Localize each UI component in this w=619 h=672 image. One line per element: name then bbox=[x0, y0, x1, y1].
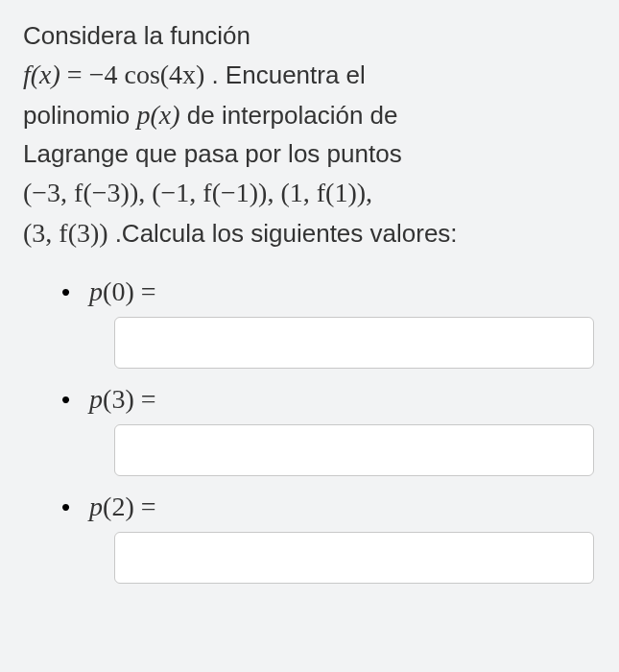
answer-input-p2[interactable] bbox=[114, 532, 594, 584]
question-list: • p(0) = • p(3) = • p(2) = bbox=[23, 276, 596, 584]
intro-text: Considera la función bbox=[23, 21, 250, 50]
question-label-p2: p(2) = bbox=[89, 492, 155, 522]
line3: Lagrange que pasa por los puntos bbox=[23, 139, 402, 168]
after-points-text: .Calcula los siguientes valores: bbox=[115, 219, 458, 248]
answer-input-p3[interactable] bbox=[114, 424, 594, 476]
list-item: • p(2) = bbox=[61, 492, 596, 584]
list-item: • p(0) = bbox=[61, 276, 596, 369]
list-item: • p(3) = bbox=[61, 384, 596, 476]
function-definition: f(x) = −4 cos(4x) bbox=[23, 60, 211, 89]
points-line-2: (3, f(3)) bbox=[23, 218, 115, 248]
problem-statement: Considera la función f(x) = −4 cos(4x) .… bbox=[23, 17, 596, 253]
line2-post: de interpolación de bbox=[180, 101, 398, 130]
bullet-icon: • bbox=[61, 387, 70, 412]
question-label-p0: p(0) = bbox=[89, 276, 155, 307]
bullet-icon: • bbox=[61, 494, 70, 519]
bullet-icon: • bbox=[61, 279, 70, 304]
line2-pre: polinomio bbox=[23, 101, 137, 130]
after-func-text: . Encuentra el bbox=[211, 60, 365, 89]
question-label-p3: p(3) = bbox=[89, 384, 155, 415]
poly-symbol: p(x) bbox=[137, 100, 180, 130]
answer-input-p0[interactable] bbox=[114, 317, 594, 369]
points-line-1: (−3, f(−3)), (−1, f(−1)), (1, f(1)), bbox=[23, 178, 372, 207]
